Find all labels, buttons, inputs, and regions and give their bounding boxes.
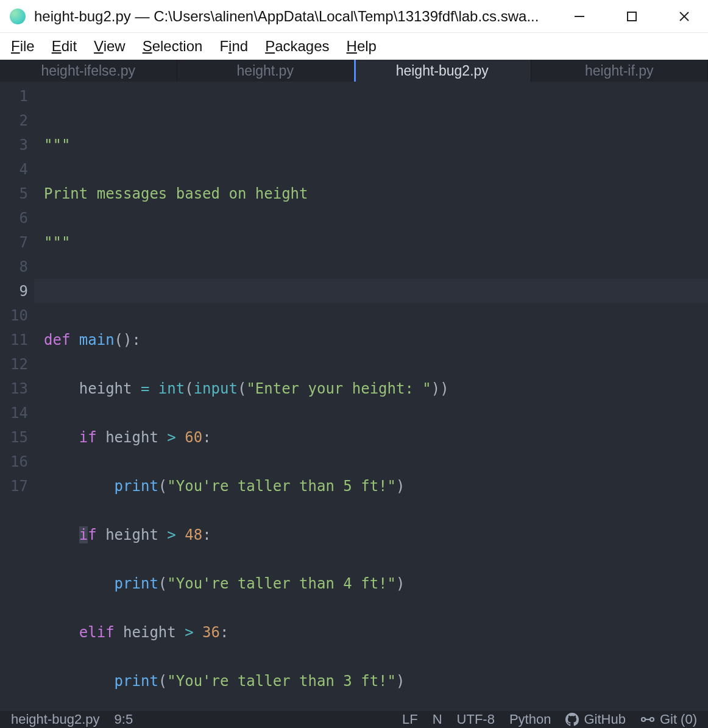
line-number: 1 xyxy=(0,84,34,108)
code-token: > xyxy=(185,624,193,641)
status-filename[interactable]: height-bug2.py xyxy=(11,712,100,727)
code-token: print xyxy=(115,673,158,690)
svg-rect-1 xyxy=(628,12,636,21)
status-git-label: Git (0) xyxy=(660,712,697,727)
line-number: 14 xyxy=(0,401,34,425)
status-language[interactable]: Python xyxy=(509,712,551,727)
status-github[interactable]: GitHub xyxy=(565,712,625,727)
code-token: elif xyxy=(79,624,115,641)
code-token: 60 xyxy=(185,429,202,446)
selection: i xyxy=(79,526,88,543)
line-number-gutter: 1 2 3 4 5 6 7 8 9 10 11 12 13 14 15 16 1… xyxy=(0,82,34,711)
menu-packages[interactable]: Packages xyxy=(265,38,329,55)
code-token: "Enter your height: " xyxy=(246,380,431,397)
status-eol[interactable]: LF xyxy=(402,712,418,727)
svg-point-5 xyxy=(650,718,654,721)
code-token: """ xyxy=(44,136,70,154)
status-wrap[interactable]: N xyxy=(433,712,442,727)
code-token: height xyxy=(79,380,132,397)
window-titlebar: height-bug2.py — C:\Users\alinen\AppData… xyxy=(0,0,708,33)
line-number: 6 xyxy=(0,206,34,230)
menu-view[interactable]: View xyxy=(94,38,126,55)
code-token: Print messages based on height xyxy=(44,185,308,202)
tab-height-if[interactable]: height-if.py xyxy=(531,60,709,82)
line-number: 7 xyxy=(0,230,34,255)
code-token: if xyxy=(79,429,97,446)
code-token: print xyxy=(115,575,158,592)
editor-pane: height-ifelse.py height.py height-bug2.p… xyxy=(0,60,708,728)
code-token: def xyxy=(44,331,70,348)
line-number: 4 xyxy=(0,157,34,182)
code-token: height xyxy=(123,624,176,641)
status-encoding[interactable]: UTF-8 xyxy=(457,712,495,727)
code-token: input xyxy=(194,380,238,397)
line-number: 5 xyxy=(0,182,34,206)
status-bar: height-bug2.py 9:5 LF N UTF-8 Python Git… xyxy=(0,711,708,728)
menu-edit[interactable]: Edit xyxy=(52,38,77,55)
window-controls xyxy=(559,2,704,30)
code-editor[interactable]: 1 2 3 4 5 6 7 8 9 10 11 12 13 14 15 16 1… xyxy=(0,82,708,711)
minimize-button[interactable] xyxy=(565,2,593,30)
close-button[interactable] xyxy=(670,2,698,30)
menu-file[interactable]: File xyxy=(11,38,35,55)
code-token: > xyxy=(167,429,175,446)
code-token: "You're taller than 3 ft!" xyxy=(167,673,396,690)
tab-label: height-if.py xyxy=(585,63,654,79)
code-token: 36 xyxy=(202,624,220,641)
code-token: """ xyxy=(44,234,70,251)
code-token: height xyxy=(105,429,158,446)
status-cursor-position[interactable]: 9:5 xyxy=(115,712,133,727)
status-github-label: GitHub xyxy=(584,712,625,727)
code-token: > xyxy=(167,526,175,543)
maximize-button[interactable] xyxy=(618,2,646,30)
status-git[interactable]: Git (0) xyxy=(640,712,697,727)
line-number: 3 xyxy=(0,133,34,157)
tab-height-ifelse[interactable]: height-ifelse.py xyxy=(0,60,177,82)
line-number: 10 xyxy=(0,303,34,328)
menu-help[interactable]: Help xyxy=(347,38,377,55)
code-token: print xyxy=(115,478,158,495)
line-number: 8 xyxy=(0,255,34,279)
tab-height[interactable]: height.py xyxy=(177,60,355,82)
git-branch-icon xyxy=(640,713,655,726)
tab-height-bug2[interactable]: height-bug2.py xyxy=(354,60,531,82)
code-token: "You're taller than 4 ft!" xyxy=(167,575,396,592)
tab-bar: height-ifelse.py height.py height-bug2.p… xyxy=(0,60,708,82)
line-number: 2 xyxy=(0,108,34,133)
menu-selection[interactable]: Selection xyxy=(143,38,203,55)
code-token: "You're taller than 5 ft!" xyxy=(167,478,396,495)
code-content[interactable]: """ Print messages based on height """ d… xyxy=(34,82,708,711)
menu-find[interactable]: Find xyxy=(219,38,248,55)
tab-label: height-ifelse.py xyxy=(41,63,135,79)
line-number: 13 xyxy=(0,376,34,401)
line-number: 16 xyxy=(0,450,34,474)
code-token: f xyxy=(88,526,96,543)
line-number: 15 xyxy=(0,425,34,450)
code-token: height xyxy=(105,526,158,543)
line-number: 12 xyxy=(0,352,34,376)
code-token: int xyxy=(158,380,185,397)
line-number: 17 xyxy=(0,474,34,498)
code-token: main xyxy=(79,331,115,348)
code-token: = xyxy=(141,380,149,397)
github-icon xyxy=(565,713,579,726)
tab-label: height-bug2.py xyxy=(396,63,489,79)
line-number: 9 xyxy=(0,279,34,303)
window-title: height-bug2.py — C:\Users\alinen\AppData… xyxy=(34,8,559,25)
tab-label: height.py xyxy=(237,63,294,79)
atom-app-icon xyxy=(10,9,26,24)
svg-point-4 xyxy=(642,718,645,721)
line-number: 11 xyxy=(0,328,34,352)
code-token: 48 xyxy=(185,526,202,543)
menu-bar: File Edit View Selection Find Packages H… xyxy=(0,33,708,60)
